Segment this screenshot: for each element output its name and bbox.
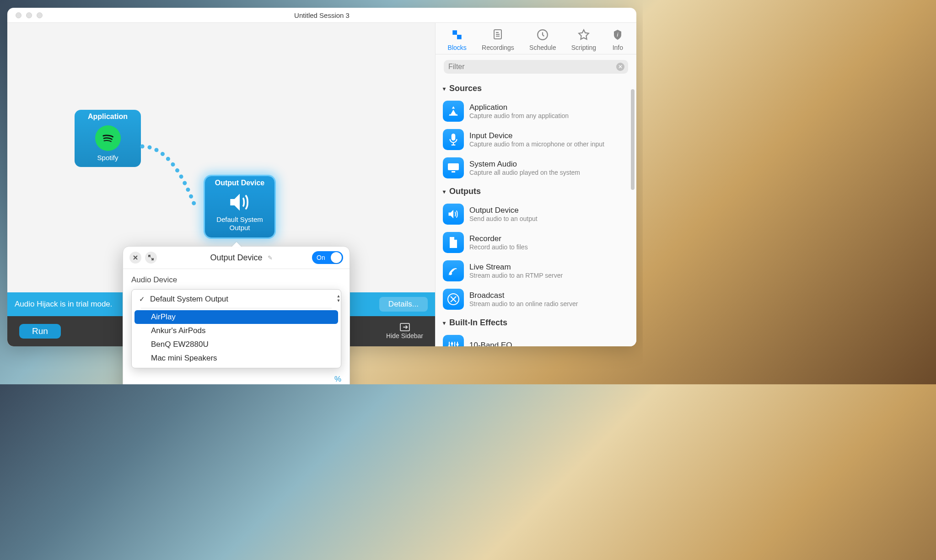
trial-details-button[interactable]: Details... <box>379 297 428 312</box>
svg-rect-7 <box>448 163 459 170</box>
dropdown-option-airpods[interactable]: Ankur's AirPods <box>132 324 341 338</box>
output-device-popover: Output Device ✎ On Audio Device Default … <box>123 246 350 384</box>
block-output-header: Output Device <box>215 176 264 189</box>
toggle-knob <box>331 252 342 263</box>
tab-recordings[interactable]: Recordings <box>482 28 514 51</box>
library-list[interactable]: ▾ Sources Application Capture audio from… <box>436 77 636 346</box>
volume-row: % <box>131 375 341 384</box>
volume-percent: % <box>334 375 341 384</box>
hide-sidebar-button[interactable]: Hide Sidebar <box>386 323 423 339</box>
block-application-name: Spotify <box>97 154 118 162</box>
blocks-icon <box>451 28 463 41</box>
block-output-name: Default System Output <box>210 215 270 232</box>
dropdown-separator <box>141 308 332 308</box>
display-icon <box>443 157 464 178</box>
lib-item-system-audio[interactable]: System Audio Capture all audio played on… <box>443 154 629 182</box>
expand-icon <box>148 254 154 261</box>
tab-scripting[interactable]: Scripting <box>571 28 596 51</box>
chevron-down-icon: ▾ <box>443 320 446 326</box>
library-scrollbar[interactable] <box>631 89 635 190</box>
info-icon: i <box>611 28 624 41</box>
audio-device-dropdown[interactable]: Default System Output AirPlay Ankur's Ai… <box>131 289 341 368</box>
svg-point-9 <box>449 272 452 275</box>
block-application[interactable]: Application Spotify <box>75 110 141 167</box>
speaker-icon <box>443 204 464 225</box>
app-window: Untitled Session 3 Application Spotify O… <box>7 8 636 346</box>
hide-sidebar-icon <box>400 323 410 331</box>
library-tabs: Blocks Recordings Schedule <box>436 23 636 54</box>
file-icon <box>443 232 464 253</box>
connection-path <box>140 137 213 210</box>
application-icon <box>443 101 464 122</box>
close-icon[interactable] <box>16 12 22 18</box>
session-canvas[interactable]: Application Spotify Output Device <box>7 23 435 346</box>
traffic-lights[interactable] <box>16 12 43 18</box>
svg-rect-8 <box>452 171 455 172</box>
svg-point-14 <box>457 344 459 346</box>
popover-close-button[interactable] <box>129 252 141 264</box>
block-application-header: Application <box>88 110 128 123</box>
section-outputs[interactable]: ▾ Outputs <box>443 182 629 200</box>
audio-device-label: Audio Device <box>131 275 341 285</box>
lib-item-recorder[interactable]: Recorder Record audio to files <box>443 228 629 257</box>
dropdown-option-macmini[interactable]: Mac mini Speakers <box>132 351 341 365</box>
tab-blocks[interactable]: Blocks <box>448 28 467 51</box>
lib-item-live-stream[interactable]: Live Stream Stream audio to an RTMP serv… <box>443 257 629 285</box>
schedule-icon <box>536 28 549 41</box>
filter-clear-icon[interactable]: ✕ <box>616 63 624 71</box>
scripting-icon <box>577 28 590 41</box>
svg-point-13 <box>454 346 456 347</box>
svg-point-11 <box>448 345 451 347</box>
broadcast-icon <box>443 289 464 310</box>
titlebar: Untitled Session 3 <box>7 8 636 23</box>
chevron-down-icon: ▾ <box>443 86 446 92</box>
section-effects[interactable]: ▾ Built-In Effects <box>443 313 629 331</box>
lib-item-10band-eq[interactable]: 10-Band EQ <box>443 331 629 346</box>
library-sidebar: Blocks Recordings Schedule <box>435 23 636 346</box>
zoom-icon[interactable] <box>37 12 43 18</box>
tab-info[interactable]: i Info <box>611 28 624 51</box>
dropdown-option-default[interactable]: Default System Output <box>132 292 341 306</box>
spotify-icon <box>95 125 121 151</box>
enable-toggle[interactable]: On <box>312 251 343 264</box>
svg-rect-6 <box>452 134 456 140</box>
lib-item-input-device[interactable]: Input Device Capture audio from a microp… <box>443 125 629 154</box>
run-button[interactable]: Run <box>19 324 61 339</box>
svg-rect-2 <box>457 35 462 39</box>
block-output-device[interactable]: Output Device Default System Output <box>205 176 274 237</box>
speaker-icon <box>226 192 253 213</box>
lib-item-application[interactable]: Application Capture audio from any appli… <box>443 97 629 125</box>
minimize-icon[interactable] <box>26 12 32 18</box>
tab-schedule[interactable]: Schedule <box>529 28 556 51</box>
svg-rect-1 <box>452 30 457 35</box>
trial-text: Audio Hijack is in trial mode. <box>15 300 113 309</box>
microphone-icon <box>443 129 464 150</box>
lib-item-output-device[interactable]: Output Device Send audio to an output <box>443 200 629 228</box>
dropdown-stepper-icon[interactable]: ▲▼ <box>334 292 343 304</box>
section-sources[interactable]: ▾ Sources <box>443 79 629 97</box>
filter-input[interactable]: Filter ✕ <box>444 60 628 74</box>
close-icon <box>133 255 138 260</box>
dropdown-option-airplay[interactable]: AirPlay <box>134 310 338 324</box>
popover-expand-button[interactable] <box>145 252 157 264</box>
window-title: Untitled Session 3 <box>7 11 636 19</box>
recordings-icon <box>491 28 504 41</box>
svg-point-12 <box>451 343 453 345</box>
edit-title-icon[interactable]: ✎ <box>268 254 273 261</box>
dropdown-option-benq[interactable]: BenQ EW2880U <box>132 338 341 351</box>
lib-item-broadcast[interactable]: Broadcast Stream audio to an online radi… <box>443 285 629 313</box>
eq-icon <box>443 335 464 346</box>
chevron-down-icon: ▾ <box>443 188 446 195</box>
satellite-icon <box>443 260 464 281</box>
